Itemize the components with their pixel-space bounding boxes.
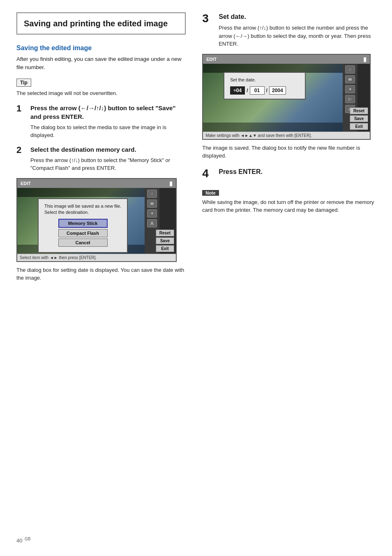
step-3-title: Set date. xyxy=(219,12,376,21)
sidebar-icon-grid: ■ xyxy=(147,209,157,218)
step-1-content: Press the arrow (←/→/↑/↓) button to sele… xyxy=(30,104,186,139)
screen-photo-area-2: Set the date. ÷04 / 01 / 2004 xyxy=(203,64,343,132)
sidebar-icon-a: A xyxy=(147,219,157,227)
screen-photo-area-1: This image will be saved as a new file. … xyxy=(17,188,145,254)
save-btn-1[interactable]: Save xyxy=(156,237,174,244)
note-label: Note xyxy=(202,190,219,196)
exit-btn-2[interactable]: Exit xyxy=(350,123,368,130)
step-2-title: Select the destination memory card. xyxy=(30,145,186,154)
screen-right-btns-2: Reset Save Exit xyxy=(348,106,370,132)
step-4-title: Press ENTER. xyxy=(219,167,376,176)
dialog-line1: This image will be saved as a new file. xyxy=(44,204,121,208)
page-footer: 40 GB xyxy=(16,537,31,544)
right-column: 3 Set date. Press the arrow (↑/↓) button… xyxy=(198,12,376,540)
intro-text: After you finish editing, you can save t… xyxy=(16,55,186,72)
screen-header-2: EDIT ▮ xyxy=(203,55,370,64)
screen-edit-label-2: EDIT xyxy=(206,57,217,62)
screen-header-icon-2: ▮ xyxy=(363,56,367,63)
date-sep-1: / xyxy=(247,88,248,93)
step-3: 3 Set date. Press the arrow (↑/↓) button… xyxy=(202,12,376,48)
step-2-number: 2 xyxy=(16,145,28,155)
tip-label: Tip xyxy=(16,79,31,87)
screen-body-2: Set the date. ÷04 / 01 / 2004 ○ ▮▮ ■ xyxy=(203,64,370,132)
step-4: 4 Press ENTER. xyxy=(202,167,376,180)
date-sep-2: / xyxy=(266,88,267,93)
step-1: 1 Press the arrow (←/→/↑/↓) button to se… xyxy=(16,104,186,139)
step-4-content: Press ENTER. xyxy=(219,167,376,179)
section-heading: Saving the edited image xyxy=(16,44,186,52)
cancel-btn[interactable]: Cancel xyxy=(58,239,108,247)
step-2: 2 Select the destination memory card. Pr… xyxy=(16,145,186,172)
save-btn-2[interactable]: Save xyxy=(350,115,368,122)
screen-header-1: EDIT ▮ xyxy=(17,179,176,188)
step-3-desc: Press the arrow (↑/↓) button to select t… xyxy=(219,24,376,48)
sidebar-icon-circle: ○ xyxy=(147,190,157,198)
date-field-1[interactable]: ÷04 xyxy=(230,86,245,95)
step-3-number: 3 xyxy=(202,12,216,25)
tip-text: The selected image will not be overwritt… xyxy=(16,90,186,96)
screen-header-icon-1: ▮ xyxy=(169,180,173,187)
step-1-number: 1 xyxy=(16,104,28,114)
dialog-text-1: This image will be saved as a new file. … xyxy=(44,203,121,216)
step-2-content: Select the destination memory card. Pres… xyxy=(30,145,186,172)
screen-edit-label-1: EDIT xyxy=(21,181,31,186)
screen-right-btns-1: Reset Save Exit xyxy=(154,228,176,254)
screen-mockup-1: EDIT ▮ This image will be saved as a new… xyxy=(16,178,177,262)
page-locale: GB xyxy=(25,537,30,541)
photo-bottom-strip-2 xyxy=(203,123,343,132)
step-3-content: Set date. Press the arrow (↑/↓) button t… xyxy=(219,12,376,48)
exit-btn-1[interactable]: Exit xyxy=(156,245,174,252)
dialog-2: Set the date. ÷04 / 01 / 2004 xyxy=(224,72,306,100)
photo-top-strip-2 xyxy=(203,64,343,73)
page-title: Saving and printing the edited image xyxy=(24,18,178,29)
reset-btn-1[interactable]: Reset xyxy=(156,229,174,236)
sidebar-icon2-grid: ■ xyxy=(345,85,355,93)
dialog-line2: Select the destination. xyxy=(44,210,89,215)
caption-after-screen1: The dialog box for setting date is displ… xyxy=(16,266,186,282)
memory-stick-btn[interactable]: Memory Stick xyxy=(58,219,108,228)
date-row: ÷04 / 01 / 2004 xyxy=(230,86,299,95)
header-box: Saving and printing the edited image xyxy=(16,12,186,35)
photo-top-strip xyxy=(17,188,145,197)
step-4-number: 4 xyxy=(202,167,216,180)
caption-after-screen2: The image is saved. The dialog box to no… xyxy=(202,144,376,160)
sidebar-icon2-bars: ▮▮ xyxy=(345,75,355,83)
left-column: Saving and printing the edited image Sav… xyxy=(16,12,198,540)
screen-caption-2: Make settings with ◄►▲▼ and save them wi… xyxy=(203,132,370,139)
step-2-desc: Press the arrow (↑/↓) button to select t… xyxy=(30,156,186,172)
date-field-2[interactable]: 01 xyxy=(250,86,265,95)
dialog-text-2: Set the date. xyxy=(230,77,299,83)
screen-caption-1: Select item with ◄► then press [ENTER]. xyxy=(17,254,176,261)
page-number: 40 xyxy=(16,537,22,544)
date-field-3[interactable]: 2004 xyxy=(269,86,286,95)
screen-body-1: This image will be saved as a new file. … xyxy=(17,188,176,254)
step-1-desc: The dialog box to select the media to sa… xyxy=(30,123,186,139)
note-section: Note While saving the image, do not turn… xyxy=(202,189,376,214)
sidebar-icon2-play: ▷ xyxy=(345,95,355,103)
note-text: While saving the image, do not turn off … xyxy=(202,198,376,214)
compact-flash-btn[interactable]: Compact Flash xyxy=(58,229,108,237)
screen-mockup-2: EDIT ▮ Set the date. ÷04 / 01 xyxy=(202,54,371,140)
step-1-title: Press the arrow (←/→/↑/↓) button to sele… xyxy=(30,104,186,121)
dialog-1: This image will be saved as a new file. … xyxy=(38,198,128,253)
sidebar-icon-bars: ▮▮ xyxy=(147,199,157,208)
sidebar-icon2-circle: ○ xyxy=(345,65,355,74)
reset-btn-2[interactable]: Reset xyxy=(350,107,368,114)
